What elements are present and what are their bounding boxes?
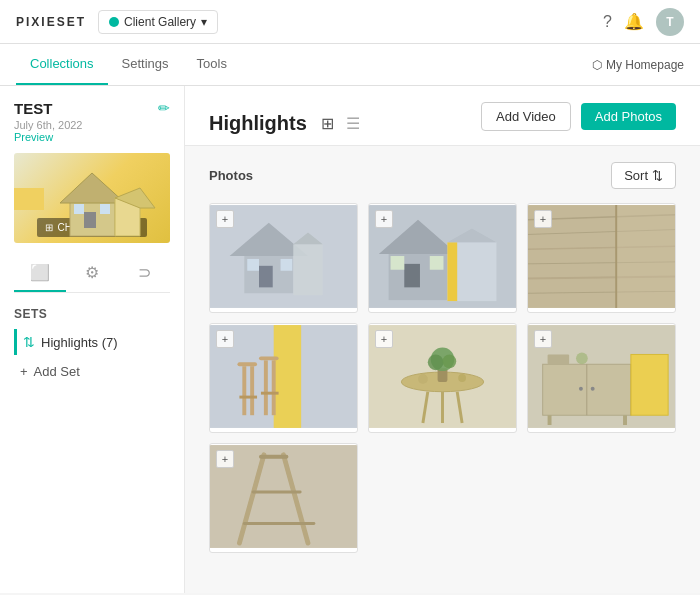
set-label: Highlights (7) <box>41 335 118 350</box>
tab-settings[interactable]: Settings <box>108 44 183 85</box>
bell-icon: 🔔 <box>624 13 644 30</box>
list-icon: ☰ <box>346 115 360 132</box>
sidebar: TEST July 6th, 2022 Preview ✏ ⊞ <box>0 86 185 593</box>
add-set-button[interactable]: + Add Set <box>14 359 170 384</box>
header-actions: Add Video Add Photos <box>481 102 676 145</box>
add-icon: + <box>20 364 28 379</box>
photo-card: + <box>209 443 358 553</box>
collection-name: TEST <box>14 100 83 117</box>
photo-grid: + + <box>209 203 676 553</box>
svg-rect-4 <box>100 204 110 214</box>
photo-card: + <box>209 203 358 313</box>
view-toggle: ⊞ ☰ <box>317 112 364 135</box>
svg-rect-13 <box>293 244 322 295</box>
photos-top-bar: Photos Sort ⇅ <box>209 162 676 189</box>
svg-rect-62 <box>548 415 552 425</box>
chevron-down-icon: ▾ <box>201 15 207 29</box>
tab-tools[interactable]: Tools <box>183 44 241 85</box>
add-photo-icon-6[interactable]: + <box>534 330 552 348</box>
set-item-highlights[interactable]: ⇅ Highlights (7) <box>14 329 170 355</box>
tab-collections[interactable]: Collections <box>16 44 108 85</box>
add-photo-icon-2[interactable]: + <box>375 210 393 228</box>
add-photo-icon-4[interactable]: + <box>216 330 234 348</box>
svg-rect-20 <box>430 256 444 270</box>
svg-rect-18 <box>404 264 420 288</box>
edit-icon[interactable]: ✏ <box>158 100 170 116</box>
photo-card: + <box>368 323 517 433</box>
svg-point-53 <box>458 374 466 382</box>
photo-card: + <box>209 323 358 433</box>
add-video-button[interactable]: Add Video <box>481 102 571 131</box>
tab-bar: Collections Settings Tools ⬡ My Homepage <box>0 44 700 86</box>
sets-label: Sets <box>14 307 170 321</box>
client-gallery-button[interactable]: Client Gallery ▾ <box>98 10 218 34</box>
nav-right: ? 🔔 T <box>603 8 684 36</box>
cover-image: ⊞ CHANGE COVER <box>14 153 170 243</box>
svg-rect-22 <box>447 242 457 301</box>
sort-button[interactable]: Sort ⇅ <box>611 162 676 189</box>
top-nav: PIXIESET Client Gallery ▾ ? 🔔 T <box>0 0 700 44</box>
tabs: Collections Settings Tools <box>16 44 241 85</box>
svg-point-61 <box>576 352 588 364</box>
collection-date: July 6th, 2022 <box>14 119 83 131</box>
svg-rect-42 <box>261 392 279 395</box>
settings-tab-icon: ⚙ <box>85 264 99 281</box>
external-link-icon: ⬡ <box>592 58 602 72</box>
svg-rect-19 <box>391 256 405 270</box>
client-gallery-label: Client Gallery <box>124 15 196 29</box>
main-content: Highlights ⊞ ☰ Add Video Add Photos Phot… <box>185 86 700 593</box>
svg-rect-59 <box>631 354 668 415</box>
photo-card: + <box>527 323 676 433</box>
svg-rect-34 <box>274 325 301 428</box>
avatar[interactable]: T <box>656 8 684 36</box>
photos-label: Photos <box>209 168 253 183</box>
photo-card: + <box>527 203 676 313</box>
svg-rect-11 <box>247 259 259 271</box>
nav-left: PIXIESET Client Gallery ▾ <box>16 10 218 34</box>
sidebar-tab-settings[interactable]: ⚙ <box>66 255 118 292</box>
photo-card: + <box>368 203 517 313</box>
svg-rect-63 <box>623 415 627 425</box>
preview-link[interactable]: Preview <box>14 131 83 143</box>
svg-rect-37 <box>250 366 254 415</box>
svg-point-50 <box>428 354 444 370</box>
add-photo-icon-1[interactable]: + <box>216 210 234 228</box>
svg-rect-41 <box>272 360 276 415</box>
svg-rect-3 <box>74 204 84 214</box>
yellow-accent <box>14 188 44 210</box>
help-icon: ? <box>603 13 612 30</box>
add-photos-button[interactable]: Add Photos <box>581 103 676 130</box>
svg-rect-38 <box>239 396 257 399</box>
svg-rect-60 <box>548 354 570 364</box>
photos-section: Photos Sort ⇅ + <box>185 146 700 569</box>
svg-point-51 <box>443 354 457 368</box>
add-photo-icon-3[interactable]: + <box>534 210 552 228</box>
main-title-row: Highlights ⊞ ☰ <box>209 112 364 135</box>
svg-rect-36 <box>242 366 246 415</box>
svg-rect-40 <box>264 360 268 415</box>
add-photo-icon-7[interactable]: + <box>216 450 234 468</box>
notifications-button[interactable]: 🔔 <box>624 12 644 31</box>
svg-rect-10 <box>259 266 273 288</box>
svg-rect-2 <box>84 212 96 228</box>
svg-point-58 <box>591 387 595 391</box>
svg-point-52 <box>418 374 428 384</box>
my-homepage-link[interactable]: ⬡ My Homepage <box>592 58 684 72</box>
sort-arrow-icon: ⇅ <box>652 168 663 183</box>
grid-view-button[interactable]: ⊞ <box>317 112 338 135</box>
svg-rect-31 <box>616 205 675 308</box>
svg-rect-39 <box>259 356 279 360</box>
sidebar-tab-rss[interactable]: ⊃ <box>118 255 170 292</box>
cover-house-illustration <box>60 168 160 243</box>
sidebar-tab-photos[interactable]: ⬜ <box>14 255 66 292</box>
add-photo-icon-5[interactable]: + <box>375 330 393 348</box>
svg-rect-35 <box>237 362 257 366</box>
list-view-button[interactable]: ☰ <box>342 112 364 135</box>
add-set-label: Add Set <box>34 364 80 379</box>
image-icon: ⊞ <box>45 222 53 233</box>
sidebar-header: TEST July 6th, 2022 Preview ✏ <box>14 100 170 143</box>
set-drag-icon: ⇅ <box>23 334 35 350</box>
help-button[interactable]: ? <box>603 13 612 31</box>
svg-rect-12 <box>281 259 293 271</box>
main-layout: TEST July 6th, 2022 Preview ✏ ⊞ <box>0 86 700 593</box>
